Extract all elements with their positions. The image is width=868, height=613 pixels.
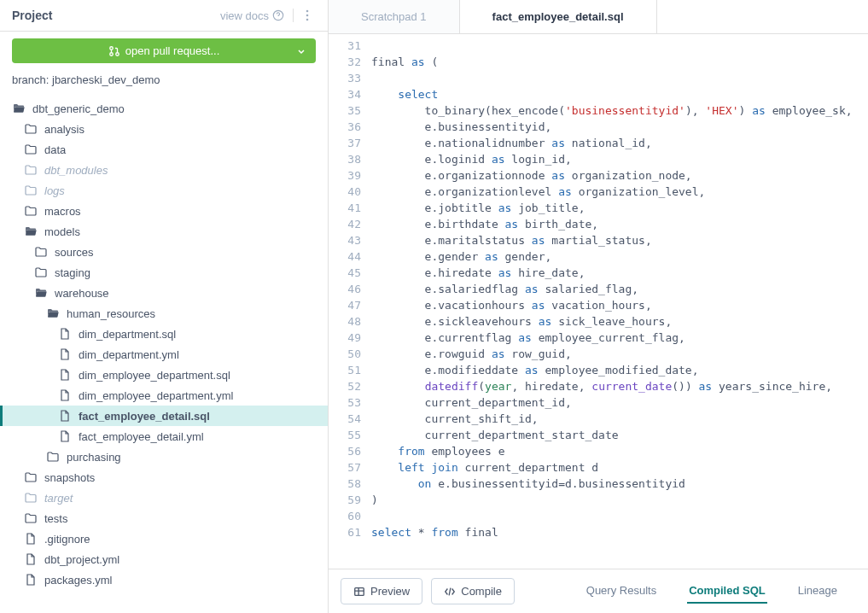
line-number: 46 bbox=[329, 281, 361, 297]
results-tab[interactable]: Lineage bbox=[796, 579, 839, 604]
folder-warehouse[interactable]: warehouse bbox=[0, 283, 328, 303]
folder-icon bbox=[24, 184, 38, 197]
folder-purchasing[interactable]: purchasing bbox=[0, 447, 328, 467]
results-tab[interactable]: Query Results bbox=[585, 579, 658, 604]
file-fact-employee-detail-sql[interactable]: fact_employee_detail.sql bbox=[0, 406, 328, 426]
folder-icon bbox=[24, 143, 38, 156]
folder-data[interactable]: data bbox=[0, 139, 328, 160]
code-line: e.birthdate as birth_date, bbox=[371, 216, 868, 232]
results-tab[interactable]: Compiled SQL bbox=[687, 579, 767, 604]
code-line: e.vacationhours as vacation_hours, bbox=[371, 297, 868, 313]
code-line: e.organizationnode as organization_node, bbox=[371, 167, 868, 184]
branch-indicator[interactable]: branch: jbarcheski_dev_demo bbox=[0, 70, 328, 95]
line-number: 42 bbox=[329, 216, 361, 232]
tree-item-label: macros bbox=[44, 205, 81, 218]
branch-name: jbarcheski_dev_demo bbox=[52, 73, 160, 86]
code-line: e.maritalstatus as martial_status, bbox=[371, 232, 868, 248]
line-number: 40 bbox=[329, 184, 361, 200]
code-line: on e.businessentityid=d.businessentityid bbox=[371, 476, 868, 492]
code-content[interactable]: final as ( select to_binary(hex_encode('… bbox=[371, 38, 868, 569]
pr-button-label: open pull request... bbox=[125, 44, 220, 57]
folder-dbt-generic-demo[interactable]: dbt_generic_demo bbox=[0, 98, 328, 119]
folder-sources[interactable]: sources bbox=[0, 242, 328, 262]
code-line: e.organizationlevel as organization_leve… bbox=[371, 184, 868, 200]
main-panel: Scratchpad 1fact_employee_detail.sql 313… bbox=[329, 0, 868, 613]
folder-logs[interactable]: logs bbox=[0, 180, 328, 201]
sidebar-menu-button[interactable] bbox=[293, 9, 316, 22]
code-editor[interactable]: 3132333435363738394041424344454647484950… bbox=[329, 34, 868, 569]
folder-macros[interactable]: macros bbox=[0, 201, 328, 221]
folder-staging[interactable]: staging bbox=[0, 262, 328, 283]
folder-human-resources[interactable]: human_resources bbox=[0, 303, 328, 324]
tree-item-label: fact_employee_detail.sql bbox=[79, 410, 210, 423]
line-gutter: 3132333435363738394041424344454647484950… bbox=[329, 38, 371, 569]
file-fact-employee-detail-yml[interactable]: fact_employee_detail.yml bbox=[0, 426, 328, 447]
file-dim-employee-department-yml[interactable]: dim_employee_department.yml bbox=[0, 385, 328, 406]
file-packages-yml[interactable]: packages.yml bbox=[0, 569, 328, 590]
code-line: datediff(year, hiredate, current_date())… bbox=[371, 378, 868, 394]
code-line: e.sickleavehours as sick_leave_hours, bbox=[371, 313, 868, 330]
svg-point-6 bbox=[115, 52, 119, 55]
tree-item-label: .gitignore bbox=[44, 533, 90, 546]
folder-target[interactable]: target bbox=[0, 487, 328, 508]
tree-item-label: target bbox=[44, 492, 73, 505]
code-line: current_department_id, bbox=[371, 394, 868, 411]
code-line: e.hiredate as hire_date, bbox=[371, 265, 868, 281]
code-line: e.rowguid as row_guid, bbox=[371, 346, 868, 362]
file-dbt-project-yml[interactable]: dbt_project.yml bbox=[0, 549, 328, 569]
line-number: 44 bbox=[329, 248, 361, 265]
tree-item-label: dbt_modules bbox=[44, 164, 108, 177]
file-dim-department-yml[interactable]: dim_department.yml bbox=[0, 344, 328, 365]
chevron-down-icon bbox=[297, 47, 306, 55]
tree-item-label: logs bbox=[44, 184, 65, 197]
folder-icon bbox=[24, 511, 38, 525]
code-line: to_binary(hex_encode('businessentityid')… bbox=[371, 102, 868, 119]
file-tree: dbt_generic_demoanalysisdatadbt_modulesl… bbox=[0, 95, 328, 613]
code-line: select bbox=[371, 86, 868, 102]
folder-analysis[interactable]: analysis bbox=[0, 119, 328, 139]
line-number: 33 bbox=[329, 70, 361, 86]
file-icon bbox=[24, 552, 38, 566]
code-line: left join current_department d bbox=[371, 459, 868, 476]
view-docs-label: view docs bbox=[220, 9, 269, 22]
file-icon bbox=[24, 573, 38, 587]
file-icon bbox=[58, 347, 72, 361]
sidebar: Project view docs open pull request... b… bbox=[0, 0, 329, 613]
tree-item-label: warehouse bbox=[55, 287, 109, 300]
compile-button[interactable]: Compile bbox=[431, 578, 515, 604]
file--gitignore[interactable]: .gitignore bbox=[0, 528, 328, 549]
line-number: 58 bbox=[329, 476, 361, 492]
code-line: from employees e bbox=[371, 443, 868, 459]
folder-icon bbox=[24, 122, 38, 136]
preview-button[interactable]: Preview bbox=[341, 578, 422, 604]
editor-tab[interactable]: Scratchpad 1 bbox=[329, 0, 460, 33]
editor-tab[interactable]: fact_employee_detail.sql bbox=[460, 0, 657, 33]
tree-item-label: dbt_generic_demo bbox=[32, 102, 125, 115]
folder-dbt-modules[interactable]: dbt_modules bbox=[0, 160, 328, 180]
file-dim-employee-department-sql[interactable]: dim_employee_department.sql bbox=[0, 365, 328, 385]
folder-open-icon bbox=[12, 102, 26, 115]
folder-icon bbox=[46, 450, 60, 464]
tree-item-label: dim_employee_department.yml bbox=[79, 389, 233, 402]
code-line bbox=[371, 508, 868, 524]
line-number: 38 bbox=[329, 151, 361, 167]
folder-models[interactable]: models bbox=[0, 221, 328, 242]
code-line: e.salariedflag as salaried_flag, bbox=[371, 281, 868, 297]
line-number: 53 bbox=[329, 394, 361, 411]
tree-item-label: analysis bbox=[44, 123, 84, 136]
branch-label: branch: bbox=[12, 73, 49, 86]
view-docs-link[interactable]: view docs bbox=[220, 9, 284, 22]
table-icon bbox=[353, 586, 365, 598]
line-number: 32 bbox=[329, 54, 361, 70]
compile-label: Compile bbox=[461, 585, 502, 598]
line-number: 47 bbox=[329, 297, 361, 313]
tree-item-label: snapshots bbox=[44, 471, 95, 484]
code-line: e.businessentityid, bbox=[371, 119, 868, 135]
file-dim-department-sql[interactable]: dim_department.sql bbox=[0, 324, 328, 344]
tree-item-label: fact_employee_detail.yml bbox=[79, 430, 204, 443]
line-number: 43 bbox=[329, 232, 361, 248]
folder-tests[interactable]: tests bbox=[0, 508, 328, 528]
folder-snapshots[interactable]: snapshots bbox=[0, 467, 328, 487]
open-pull-request-button[interactable]: open pull request... bbox=[12, 38, 316, 63]
line-number: 61 bbox=[329, 524, 361, 540]
